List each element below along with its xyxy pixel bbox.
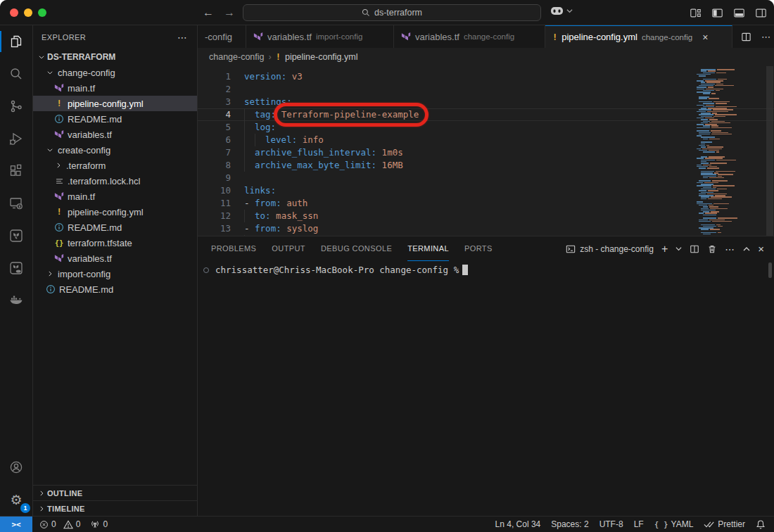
- panel-tab-terminal[interactable]: TERMINAL: [407, 236, 449, 261]
- panel-tab-debug-console[interactable]: DEBUG CONSOLE: [321, 236, 392, 261]
- remote-indicator[interactable]: ><: [0, 517, 32, 532]
- back-arrow-icon[interactable]: ←: [203, 6, 214, 19]
- minimap[interactable]: [697, 69, 764, 234]
- terminal[interactable]: chrissatter@Chriss-MacBook-Pro change-co…: [198, 261, 774, 516]
- minimap-value: [716, 224, 721, 226]
- sidebar-item-terraform[interactable]: [0, 220, 32, 252]
- breadcrumb-file[interactable]: pipeline-config.yml: [285, 52, 358, 62]
- indentation[interactable]: Spaces: 2: [551, 519, 588, 529]
- panel-tab-output[interactable]: OUTPUT: [272, 236, 305, 261]
- toggle-panel-icon[interactable]: [733, 7, 745, 19]
- maximize-panel-icon[interactable]: [743, 246, 750, 252]
- minimap-value: [713, 187, 716, 189]
- bottom-panel: PROBLEMSOUTPUTDEBUG CONSOLETERMINALPORTS…: [198, 236, 774, 516]
- outline-section[interactable]: OUTLINE: [33, 485, 197, 500]
- sidebar-item-explorer[interactable]: [0, 25, 32, 58]
- editor-tab[interactable]: -config: [198, 25, 246, 48]
- minimap-line: [697, 166, 764, 167]
- notifications-bell-icon[interactable]: [756, 519, 766, 530]
- tree-item[interactable]: README.md: [33, 111, 197, 127]
- sidebar-item-search[interactable]: [0, 58, 32, 90]
- code-editor[interactable]: 1version: v323settings:4tag: Terraform-p…: [198, 66, 774, 236]
- tree-item[interactable]: README.md: [33, 281, 197, 297]
- editor-tab[interactable]: !pipeline-config.ymlchange-config×: [545, 25, 732, 48]
- editor-tab[interactable]: variables.tfimport-config: [246, 25, 394, 48]
- tree-item[interactable]: !pipeline-config.yml: [33, 204, 197, 220]
- close-window-button[interactable]: [10, 8, 18, 17]
- split-terminal-icon[interactable]: [690, 244, 699, 254]
- minimap-value: [708, 198, 722, 200]
- line-content: archive_max_byte_limit: 16MB: [244, 159, 403, 172]
- forward-arrow-icon[interactable]: →: [224, 6, 235, 19]
- minimap-value: [713, 116, 725, 118]
- tree-item[interactable]: !pipeline-config.yml: [33, 96, 197, 111]
- tree-root[interactable]: DS-TERRAFORM: [33, 49, 197, 65]
- tree-item[interactable]: .terraform: [33, 158, 197, 173]
- panel-more-actions-icon[interactable]: ⋯: [725, 243, 735, 255]
- toggle-primary-sidebar-icon[interactable]: [711, 7, 723, 19]
- settings-button[interactable]: ⚙ 1: [0, 483, 32, 516]
- minimap-value: [708, 190, 718, 191]
- sidebar-item-remote-explorer[interactable]: [0, 187, 32, 220]
- terminal-scrollbar[interactable]: [768, 262, 772, 278]
- tree-item[interactable]: import-config: [33, 266, 197, 281]
- minimap-key: [699, 205, 707, 206]
- timeline-section[interactable]: TIMELINE: [33, 500, 197, 516]
- minimap-key: [703, 103, 714, 104]
- new-terminal-button[interactable]: +: [661, 243, 668, 255]
- code-line: 7archive_flush_interval: 1m0s: [198, 146, 774, 159]
- minimap-value: [711, 196, 732, 198]
- minimap-value: [704, 182, 718, 184]
- tree-item[interactable]: main.tf: [33, 189, 197, 204]
- sidebar-item-run-debug[interactable]: [0, 122, 32, 155]
- panel-tab-problems[interactable]: PROBLEMS: [211, 236, 256, 261]
- command-center-search[interactable]: ds-terraform: [243, 4, 541, 21]
- tree-item[interactable]: variables.tf: [33, 251, 197, 266]
- minimap-line: [697, 222, 764, 224]
- tree-item[interactable]: main.tf: [33, 80, 197, 96]
- sidebar-item-extensions[interactable]: [0, 155, 32, 187]
- accounts-button[interactable]: [0, 451, 32, 483]
- tree-item[interactable]: change-config: [33, 65, 197, 80]
- tree-item[interactable]: README.md: [33, 220, 197, 235]
- copilot-menu[interactable]: [550, 6, 573, 15]
- minimap-value: [712, 180, 728, 182]
- problems-status[interactable]: 0 0: [39, 519, 80, 529]
- editor-scrollbar[interactable]: [766, 66, 773, 236]
- formatter-status[interactable]: Prettier: [704, 519, 745, 529]
- close-tab-icon[interactable]: ×: [702, 32, 708, 43]
- split-editor-icon[interactable]: [741, 32, 751, 42]
- eol-sequence[interactable]: LF: [634, 519, 644, 529]
- editor-tab[interactable]: variables.tfchange-config: [394, 25, 545, 48]
- sidebar-item-docker[interactable]: [0, 284, 32, 317]
- sidebar-item-terraform-cloud[interactable]: [0, 252, 32, 284]
- explorer-more-actions-icon[interactable]: ⋯: [177, 32, 189, 43]
- encoding[interactable]: UTF-8: [599, 519, 623, 529]
- breadcrumb-folder[interactable]: change-config: [209, 52, 265, 62]
- minimap-line: [697, 105, 764, 106]
- customize-layout-icon[interactable]: [690, 7, 702, 19]
- tree-item[interactable]: .terraform.lock.hcl: [33, 173, 197, 189]
- terminal-instance[interactable]: zsh - change-config: [566, 244, 654, 254]
- editor-more-actions-icon[interactable]: ⋯: [761, 32, 770, 42]
- minimap-key: [699, 190, 706, 191]
- minimap-line: [697, 174, 764, 175]
- tree-item[interactable]: variables.tf: [33, 127, 197, 142]
- zoom-window-button[interactable]: [38, 8, 46, 17]
- toggle-secondary-sidebar-icon[interactable]: [755, 7, 767, 19]
- tree-item[interactable]: {}terraform.tfstate: [33, 235, 197, 251]
- minimize-window-button[interactable]: [24, 8, 32, 17]
- title-bar: ← → ds-terraform: [0, 0, 774, 25]
- tree-item[interactable]: create-config: [33, 142, 197, 158]
- terminal-dropdown-icon[interactable]: [675, 246, 682, 251]
- minimap-value: [709, 156, 725, 158]
- cursor-position[interactable]: Ln 4, Col 34: [495, 519, 541, 529]
- panel-tab-ports[interactable]: PORTS: [464, 236, 493, 261]
- ports-status[interactable]: 0: [90, 519, 108, 529]
- line-number: 7: [198, 146, 231, 159]
- kill-terminal-icon[interactable]: [707, 244, 717, 254]
- close-panel-icon[interactable]: ×: [758, 243, 764, 255]
- language-mode[interactable]: { } YAML: [654, 519, 694, 529]
- minimap-line: [697, 198, 764, 200]
- sidebar-item-source-control[interactable]: [0, 90, 32, 122]
